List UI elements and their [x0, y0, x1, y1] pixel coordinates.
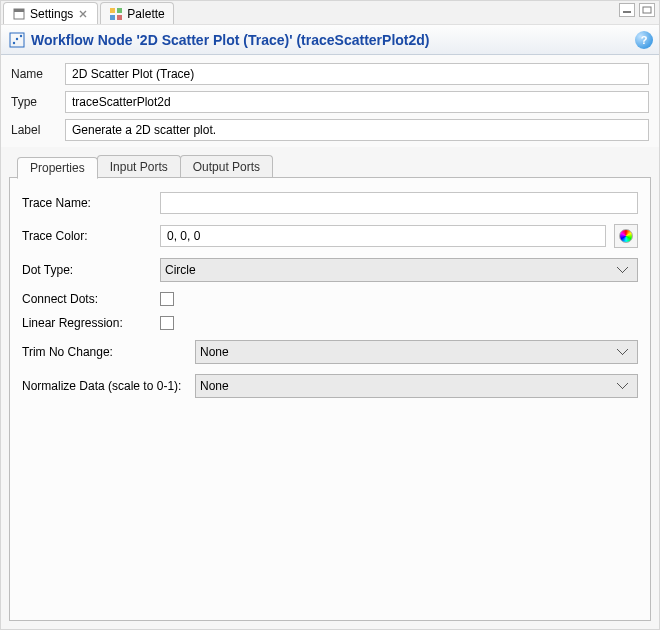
- palette-tab-icon: [109, 7, 123, 21]
- row-trace-color: Trace Color:: [22, 224, 638, 248]
- page-title: Workflow Node '2D Scatter Plot (Trace)' …: [31, 32, 430, 48]
- connect-dots-checkbox[interactable]: [160, 292, 174, 306]
- node-header: Workflow Node '2D Scatter Plot (Trace)' …: [1, 25, 659, 55]
- maximize-button[interactable]: [639, 3, 655, 17]
- basic-form: Name Type Label: [1, 55, 659, 147]
- node-icon: [9, 32, 25, 48]
- trim-no-change-label: Trim No Change:: [22, 345, 187, 359]
- dot-type-select[interactable]: Circle: [160, 258, 638, 282]
- type-field[interactable]: [65, 91, 649, 113]
- row-normalize: Normalize Data (scale to 0-1): None: [22, 374, 638, 398]
- settings-view: Settings Palette: [0, 0, 660, 630]
- view-tabrow: Settings Palette: [3, 2, 176, 24]
- svg-rect-7: [643, 7, 651, 13]
- settings-tab-icon: [12, 7, 26, 21]
- tab-output-ports[interactable]: Output Ports: [180, 155, 273, 177]
- label-field[interactable]: [65, 119, 649, 141]
- trace-color-field[interactable]: [160, 225, 606, 247]
- properties-pane: Trace Name: Trace Color: Dot Type: Circl…: [9, 177, 651, 621]
- type-label: Type: [11, 95, 55, 109]
- trace-color-label: Trace Color:: [22, 229, 152, 243]
- tab-settings-label: Settings: [30, 7, 73, 21]
- name-label: Name: [11, 67, 55, 81]
- tab-properties-label: Properties: [30, 161, 85, 175]
- row-trim-no-change: Trim No Change: None: [22, 340, 638, 364]
- svg-rect-5: [117, 15, 122, 20]
- svg-rect-6: [623, 11, 631, 13]
- tab-settings[interactable]: Settings: [3, 2, 98, 24]
- svg-rect-2: [110, 8, 115, 13]
- tab-properties[interactable]: Properties: [17, 157, 98, 179]
- svg-rect-4: [110, 15, 115, 20]
- subtabs-row: Properties Input Ports Output Ports: [9, 153, 651, 177]
- linear-regression-checkbox[interactable]: [160, 316, 174, 330]
- help-icon[interactable]: ?: [635, 31, 653, 49]
- row-trace-name: Trace Name:: [22, 192, 638, 214]
- color-wheel-icon: [619, 229, 633, 243]
- row-name: Name: [11, 63, 649, 85]
- tab-input-ports[interactable]: Input Ports: [97, 155, 181, 177]
- tab-output-ports-label: Output Ports: [193, 160, 260, 174]
- row-dot-type: Dot Type: Circle: [22, 258, 638, 282]
- row-connect-dots: Connect Dots:: [22, 292, 638, 306]
- normalize-label: Normalize Data (scale to 0-1):: [22, 379, 187, 393]
- minimize-button[interactable]: [619, 3, 635, 17]
- trim-no-change-select[interactable]: None: [195, 340, 638, 364]
- row-linear-regression: Linear Regression:: [22, 316, 638, 330]
- normalize-select[interactable]: None: [195, 374, 638, 398]
- svg-point-9: [13, 41, 15, 43]
- view-tabbar: Settings Palette: [1, 1, 659, 25]
- subtabs: Properties Input Ports Output Ports Trac…: [9, 153, 651, 621]
- svg-rect-3: [117, 8, 122, 13]
- trace-name-label: Trace Name:: [22, 196, 152, 210]
- svg-point-10: [16, 37, 18, 39]
- row-type: Type: [11, 91, 649, 113]
- trace-name-field[interactable]: [160, 192, 638, 214]
- linear-regression-label: Linear Regression:: [22, 316, 152, 330]
- tab-palette[interactable]: Palette: [100, 2, 173, 24]
- tab-input-ports-label: Input Ports: [110, 160, 168, 174]
- tab-palette-label: Palette: [127, 7, 164, 21]
- connect-dots-label: Connect Dots:: [22, 292, 152, 306]
- color-picker-button[interactable]: [614, 224, 638, 248]
- dot-type-label: Dot Type:: [22, 263, 152, 277]
- close-icon[interactable]: [77, 8, 89, 20]
- row-label: Label: [11, 119, 649, 141]
- name-field[interactable]: [65, 63, 649, 85]
- tabbar-controls: [619, 3, 655, 17]
- label-label: Label: [11, 123, 55, 137]
- svg-rect-1: [14, 9, 24, 12]
- svg-point-11: [20, 34, 22, 36]
